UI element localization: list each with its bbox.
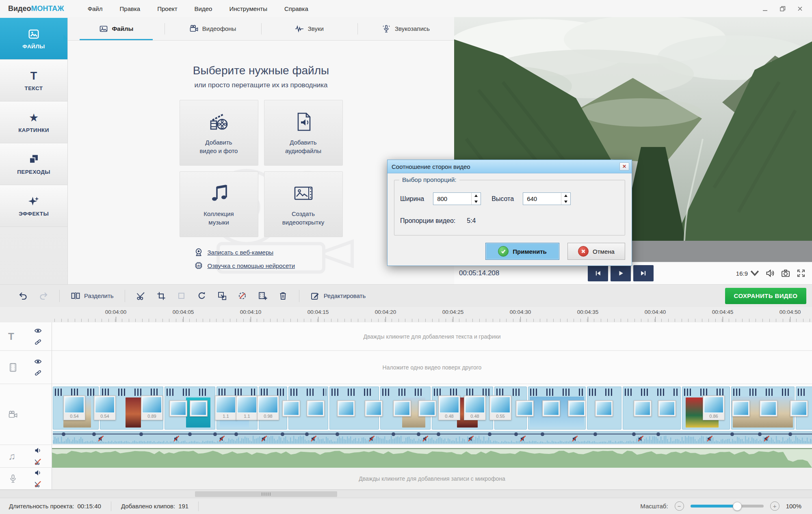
transition-badge[interactable]: 0.89 [141, 395, 163, 420]
no-cut-scissors-icon[interactable] [34, 480, 42, 488]
transition-badge[interactable] [282, 400, 300, 417]
speaker-icon[interactable] [34, 447, 42, 454]
close-icon[interactable] [797, 6, 803, 12]
sidebar-item-1[interactable]: TТЕКСТ [0, 60, 67, 102]
transition-badge[interactable]: 1.1 [236, 395, 258, 420]
tab-2[interactable]: Звуки [261, 17, 358, 40]
width-decrement-button[interactable] [472, 199, 481, 205]
transition-badge[interactable]: 0.86 [703, 395, 725, 420]
tab-0[interactable]: Файлы [68, 17, 165, 40]
zoom-in-button[interactable]: + [770, 501, 780, 511]
restore-icon[interactable] [780, 6, 786, 12]
rotate-button[interactable] [197, 291, 207, 301]
width-increment-button[interactable] [472, 193, 481, 199]
height-increment-button[interactable] [561, 193, 570, 199]
file-action-button-3[interactable]: Создать видеооткрытку [264, 171, 343, 237]
track-video-area[interactable]: 0.540.540.891.11.10.980.480.480.550.86 [52, 384, 812, 445]
file-action-button-1[interactable]: Добавить аудиофайлы [264, 100, 343, 166]
undo-button[interactable] [18, 291, 28, 301]
transition-badge[interactable]: 0.54 [63, 395, 85, 420]
dialog-close-icon[interactable]: ✕ [619, 162, 629, 171]
speaker-icon[interactable] [34, 469, 42, 477]
export-frame-button[interactable] [217, 291, 227, 301]
stabilization-button[interactable] [238, 291, 247, 301]
width-value[interactable]: 800 [433, 193, 471, 205]
transition-badge[interactable] [542, 400, 560, 417]
transition-badge[interactable] [365, 400, 383, 417]
transition-badge[interactable] [393, 400, 411, 417]
file-link-0[interactable]: Записать с веб-камеры [194, 248, 328, 257]
redo-button[interactable] [39, 291, 48, 301]
transition-badge[interactable] [516, 400, 534, 417]
timeline-ruler[interactable]: 00:04:0000:04:0500:04:1000:04:1500:04:20… [0, 307, 812, 322]
transition-badge[interactable] [658, 400, 676, 417]
transition-badge[interactable] [337, 400, 355, 417]
crop-button[interactable] [156, 291, 166, 301]
frame-button[interactable] [177, 291, 186, 301]
transition-badge[interactable] [169, 400, 187, 417]
sidebar-item-4[interactable]: ЭФФЕКТЫ [0, 185, 67, 227]
aspect-ratio-dropdown[interactable]: 16:9 [736, 269, 759, 278]
tab-1[interactable]: Видеофоны [165, 17, 261, 40]
play-button[interactable] [611, 265, 631, 281]
transition-badge[interactable] [760, 400, 777, 417]
zoom-slider-handle[interactable] [733, 502, 742, 511]
link-icon[interactable] [34, 338, 42, 346]
file-link-1[interactable]: AIОзвучка с помощью нейросети [194, 261, 328, 270]
eye-visibility-icon[interactable] [34, 327, 42, 335]
menu-item-1[interactable]: Правка [120, 5, 141, 12]
menu-item-4[interactable]: Инструменты [229, 5, 267, 12]
sidebar-item-2[interactable]: ★КАРТИНКИ [0, 102, 67, 143]
track-microphone-area[interactable]: Дважды кликните для добавления записи с … [52, 468, 812, 489]
tab-3[interactable]: Звукозапись [357, 17, 454, 40]
scrollbar-thumb[interactable] [195, 491, 337, 497]
file-action-button-0[interactable]: Добавить видео и фото [180, 100, 258, 166]
zoom-slider[interactable] [691, 505, 764, 508]
transition-badge[interactable]: 0.55 [489, 395, 511, 420]
track-music-area[interactable] [52, 445, 812, 467]
save-video-button[interactable]: СОХРАНИТЬ ВИДЕО [725, 288, 806, 304]
cancel-button[interactable]: Отмена [567, 243, 625, 260]
transition-badge[interactable]: 0.48 [438, 395, 460, 420]
delete-button[interactable] [278, 291, 288, 301]
transition-badge[interactable]: 0.48 [464, 395, 486, 420]
link-icon[interactable] [34, 369, 42, 377]
timeline-scrollbar[interactable] [0, 490, 812, 498]
eye-visibility-icon[interactable] [34, 358, 42, 365]
file-action-button-2[interactable]: Коллекция музыки [180, 171, 258, 237]
dialog-titlebar[interactable]: Соотношение сторон видео ✕ [388, 160, 632, 173]
transition-badge[interactable]: 0.54 [94, 395, 116, 420]
height-spinner[interactable]: 640 [523, 192, 571, 205]
add-clip-button[interactable] [258, 291, 268, 301]
fullscreen-icon[interactable] [797, 269, 806, 278]
edit-button[interactable]: Редактировать [310, 291, 366, 301]
sidebar-item-3[interactable]: ПЕРЕХОДЫ [0, 143, 67, 185]
width-spinner[interactable]: 800 [433, 192, 481, 205]
cut-button[interactable] [136, 291, 146, 301]
transition-badge[interactable] [790, 400, 808, 417]
menu-item-3[interactable]: Видео [195, 5, 212, 12]
zoom-out-button[interactable]: − [675, 501, 684, 511]
menu-item-2[interactable]: Проект [157, 5, 177, 12]
track-overlay-area[interactable]: Наложите одно видео поверх другого [52, 351, 812, 384]
transition-badge[interactable]: 1.1 [215, 395, 237, 420]
transition-badge[interactable] [418, 400, 436, 417]
transition-badge[interactable] [634, 400, 652, 417]
height-decrement-button[interactable] [561, 199, 570, 205]
apply-button[interactable]: Применить [485, 243, 559, 260]
previous-frame-button[interactable] [588, 265, 608, 281]
next-frame-button[interactable] [633, 265, 654, 281]
no-cut-scissors-icon[interactable] [34, 458, 42, 466]
transition-badge[interactable] [568, 400, 586, 417]
transition-badge[interactable] [307, 400, 325, 417]
volume-icon[interactable] [766, 269, 775, 278]
track-text-area[interactable]: Дважды кликните для добавления текста и … [52, 322, 812, 350]
transition-badge[interactable]: 0.98 [257, 395, 279, 420]
minimize-icon[interactable] [762, 6, 768, 12]
transition-badge[interactable] [190, 400, 208, 417]
transition-badge[interactable] [732, 400, 750, 417]
snapshot-camera-icon[interactable] [781, 269, 790, 278]
height-value[interactable]: 640 [523, 193, 561, 205]
split-button[interactable]: Разделить [71, 291, 114, 301]
sidebar-item-0[interactable]: ФАЙЛЫ [0, 18, 67, 60]
